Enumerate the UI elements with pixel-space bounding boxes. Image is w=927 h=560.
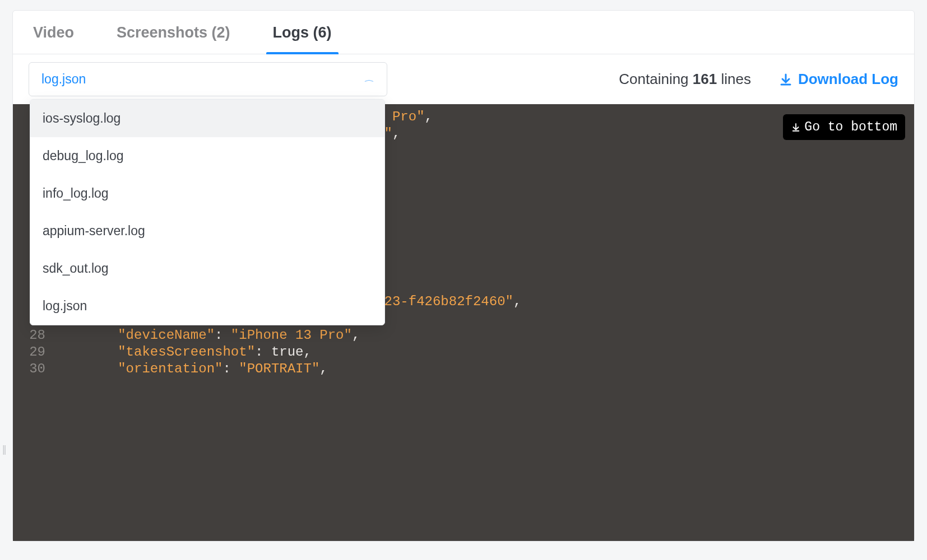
drag-handle-icon[interactable]: || — [2, 444, 5, 455]
lines-count-label: Containing 161 lines — [619, 71, 751, 88]
log-file-select[interactable]: log.json ︿ — [29, 62, 387, 96]
log-file-option[interactable]: debug_log.log — [30, 137, 384, 175]
log-file-option[interactable]: sdk_out.log — [30, 250, 384, 287]
line-content: "orientation": "PORTRAIT", — [53, 361, 328, 377]
download-label: Download Log — [798, 71, 898, 88]
tab-logs-6[interactable]: Logs (6) — [273, 11, 332, 54]
line-content: "deviceName": "iPhone 13 Pro", — [53, 327, 360, 344]
line-content: "takesScreenshot": true, — [53, 344, 312, 361]
log-file-option[interactable]: ios-syslog.log — [30, 100, 384, 137]
code-line: 28 "deviceName": "iPhone 13 Pro", — [13, 327, 914, 344]
line-number: 30 — [13, 361, 53, 377]
logs-toolbar: log.json ︿ ios-syslog.logdebug_log.login… — [13, 54, 914, 104]
log-file-select-wrap: log.json ︿ ios-syslog.logdebug_log.login… — [29, 62, 387, 96]
lines-count: 161 — [693, 71, 717, 87]
log-file-select-value: log.json — [41, 72, 86, 87]
tabs-bar: VideoScreenshots (2)Logs (6) — [13, 11, 914, 54]
download-icon — [779, 73, 792, 86]
log-file-option[interactable]: appium-server.log — [30, 212, 384, 250]
tab-video[interactable]: Video — [33, 11, 74, 54]
chevron-up-icon: ︿ — [364, 75, 374, 83]
log-file-option[interactable]: info_log.log — [30, 175, 384, 212]
tab-screenshots-2[interactable]: Screenshots (2) — [117, 11, 230, 54]
lines-prefix: Containing — [619, 71, 693, 87]
code-line: 30 "orientation": "PORTRAIT", — [13, 361, 914, 377]
arrow-down-icon — [791, 122, 801, 132]
line-number: 29 — [13, 344, 53, 361]
download-log-button[interactable]: Download Log — [779, 71, 898, 88]
go-to-bottom-label: Go to bottom — [804, 119, 897, 136]
go-to-bottom-button[interactable]: Go to bottom — [783, 114, 905, 140]
log-file-dropdown: ios-syslog.logdebug_log.loginfo_log.loga… — [30, 99, 385, 325]
log-file-option[interactable]: log.json — [30, 287, 384, 325]
code-line: 29 "takesScreenshot": true, — [13, 344, 914, 361]
line-number: 28 — [13, 327, 53, 344]
lines-suffix: lines — [717, 71, 751, 87]
logs-panel: VideoScreenshots (2)Logs (6) log.json ︿ … — [12, 10, 915, 542]
